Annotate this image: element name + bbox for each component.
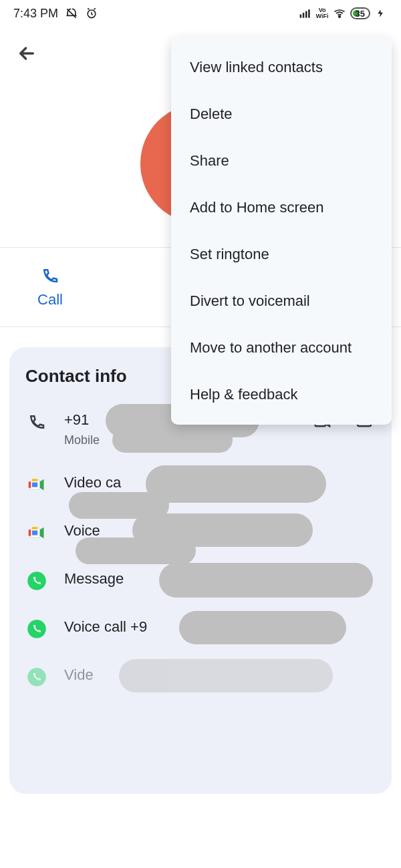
phone-icon [25, 411, 48, 433]
svg-rect-2 [302, 13, 304, 17]
menu-move-account[interactable]: Move to another account [171, 324, 392, 371]
google-meet-icon [25, 473, 48, 496]
whatsapp-video-row[interactable]: Vide [25, 666, 376, 688]
svg-rect-11 [32, 530, 37, 535]
meet-voice-label: Voice [64, 521, 376, 541]
signal-icon [299, 7, 312, 20]
status-bar: 7:43 PM VoWiFi 35 [0, 0, 401, 27]
whatsapp-icon [25, 666, 48, 688]
bottom-fade [0, 821, 401, 868]
phone-type: Mobile [64, 433, 295, 448]
svg-rect-4 [308, 9, 310, 18]
vowifi-icon: VoWiFi [316, 7, 329, 19]
menu-view-linked[interactable]: View linked contacts [171, 44, 392, 91]
menu-delete[interactable]: Delete [171, 91, 392, 138]
svg-point-14 [27, 668, 46, 686]
arrow-left-icon [16, 43, 37, 64]
menu-help[interactable]: Help & feedback [171, 371, 392, 418]
svg-point-12 [27, 572, 46, 590]
svg-rect-3 [305, 11, 307, 18]
svg-rect-9 [32, 482, 37, 487]
back-button[interactable] [13, 40, 40, 67]
whatsapp-icon [25, 570, 48, 592]
battery-text: 35 [356, 9, 365, 19]
menu-share[interactable]: Share [171, 138, 392, 184]
whatsapp-message-row[interactable]: Message [25, 570, 376, 592]
whatsapp-voice-row[interactable]: Voice call +9 [25, 618, 376, 640]
call-action[interactable]: Call [0, 266, 100, 308]
menu-divert-voicemail[interactable]: Divert to voicemail [171, 278, 392, 324]
whatsapp-icon [25, 618, 48, 640]
whatsapp-message-label: Message [64, 570, 376, 589]
overflow-menu: View linked contacts Delete Share Add to… [171, 37, 392, 425]
wifi-icon [333, 7, 346, 20]
menu-ringtone[interactable]: Set ringtone [171, 231, 392, 278]
google-meet-icon [25, 521, 48, 544]
call-action-label: Call [37, 291, 63, 308]
svg-point-5 [338, 16, 340, 18]
charging-icon [374, 7, 388, 20]
phone-icon [40, 266, 60, 286]
meet-video-label: Video ca [64, 473, 376, 493]
status-time: 7:43 PM [13, 7, 58, 21]
meet-video-row[interactable]: Video ca [25, 473, 376, 496]
svg-point-13 [27, 620, 46, 638]
svg-rect-1 [299, 15, 301, 18]
whatsapp-video-label: Vide [64, 666, 376, 685]
menu-add-home[interactable]: Add to Home screen [171, 184, 392, 231]
battery-indicator: 35 [350, 7, 370, 19]
dnd-icon [65, 7, 78, 20]
meet-voice-row[interactable]: Voice [25, 521, 376, 544]
whatsapp-voice-label: Voice call +9 [64, 618, 376, 637]
alarm-icon [85, 7, 98, 20]
